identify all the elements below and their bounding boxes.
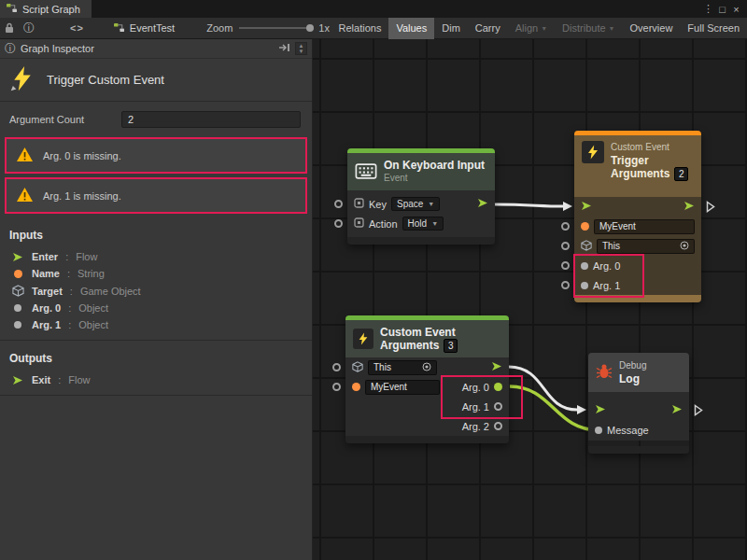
pane-scroll-arrows[interactable]: ▲ ▼: [295, 42, 307, 55]
inputs-header: Inputs: [0, 217, 312, 248]
maximize-icon[interactable]: □: [715, 4, 729, 15]
node-title-line2: Arguments2: [611, 167, 688, 181]
action-dropdown[interactable]: Hold ▼: [402, 217, 444, 231]
zoom-label: Zoom: [206, 22, 233, 34]
gameobject-cube-icon[interactable]: [352, 361, 363, 374]
bug-icon: [596, 363, 613, 382]
gameobject-cube-icon[interactable]: [581, 240, 592, 253]
key-input-port[interactable]: [334, 200, 343, 208]
zoom-slider[interactable]: [239, 27, 312, 29]
chevron-down-icon: ▼: [428, 201, 434, 207]
object-port-icon: [11, 304, 24, 312]
arg1-input-port[interactable]: [561, 281, 570, 289]
divider: [0, 395, 312, 396]
flow-in-port[interactable]: [581, 201, 592, 213]
annotation-args-source: [441, 375, 523, 419]
warning-arg1: Arg. 1 is missing.: [5, 177, 307, 214]
wire-arg0-to-message: [510, 386, 599, 430]
target-input-port[interactable]: [561, 242, 570, 250]
string-port[interactable]: [352, 383, 360, 391]
argument-count-badge[interactable]: 2: [674, 167, 688, 181]
flow-out-port[interactable]: [477, 198, 488, 210]
toolbar-buttons: Relations Values Dim Carry Align▼ Distri…: [331, 18, 747, 39]
wire-arrowhead: [577, 405, 586, 414]
argument-count-badge[interactable]: 3: [444, 339, 458, 353]
arg0-input-port[interactable]: [561, 261, 570, 270]
flow-out-port[interactable]: [684, 201, 695, 213]
graph-asset-icon: [113, 22, 125, 35]
unity-script-graph-window: Script Graph ⋮ □ × ⓘ <> EventTest Zoom 1…: [0, 0, 747, 560]
event-name-field[interactable]: MyEvent: [365, 380, 440, 395]
node-title: Custom Event: [380, 326, 458, 339]
dock-icon[interactable]: [278, 43, 290, 54]
action-row: Action Hold ▼: [347, 214, 495, 233]
node-header: On Keyboard Input Event: [347, 153, 495, 190]
key-dropdown[interactable]: Space ▼: [391, 197, 440, 211]
name-input-port[interactable]: [332, 383, 341, 391]
flow-continuation-marker: [706, 201, 715, 215]
node-footer: [345, 436, 509, 443]
carry-button[interactable]: Carry: [468, 18, 508, 39]
message-row: Message: [588, 420, 689, 441]
chevron-down-icon: ▼: [431, 220, 438, 227]
overview-button[interactable]: Overview: [623, 18, 681, 39]
full-screen-button[interactable]: Full Screen: [680, 18, 747, 39]
node-category: Debug: [619, 359, 646, 372]
tab-script-graph[interactable]: Script Graph: [0, 0, 92, 18]
message-input-port[interactable]: [595, 427, 602, 434]
scroll-down-icon[interactable]: ▼: [296, 49, 306, 54]
event-name-field[interactable]: MyEvent: [594, 219, 695, 234]
lock-icon[interactable]: [0, 22, 19, 34]
flow-out-port[interactable]: [491, 361, 502, 373]
target-field[interactable]: This: [368, 360, 437, 375]
object-picker-icon[interactable]: [680, 241, 689, 252]
dim-button[interactable]: Dim: [434, 18, 468, 39]
flow-out-port[interactable]: [671, 404, 683, 416]
target-field[interactable]: This: [597, 239, 695, 254]
distribute-button[interactable]: Distribute▼: [555, 18, 622, 39]
node-subtitle: Arguments3: [380, 339, 458, 353]
argument-count-label: Argument Count: [9, 114, 121, 125]
object-picker-icon[interactable]: [422, 362, 431, 373]
window-tab-bar: Script Graph ⋮ □ ×: [0, 0, 747, 18]
bolt-icon: [353, 329, 374, 349]
target-input-port[interactable]: [332, 363, 341, 371]
name-input-port[interactable]: [561, 222, 570, 231]
graph-canvas[interactable]: On Keyboard Input Event Key Space ▼: [313, 39, 747, 560]
pin-target: Target : Game Object: [0, 282, 312, 300]
warning-icon: [16, 147, 34, 164]
outputs-header: Outputs: [0, 341, 312, 371]
wire-keyboard-to-trigger: [495, 204, 563, 206]
argument-count-input[interactable]: [121, 111, 301, 128]
node-header: Custom Event Trigger Arguments2: [574, 135, 701, 197]
inspector-header: ⓘ Graph Inspector ▲ ▼: [0, 39, 312, 59]
code-icon[interactable]: <>: [65, 22, 89, 34]
inspector-header-title: Graph Inspector: [21, 43, 94, 54]
pin-enter: Enter : Flow: [0, 248, 312, 265]
relations-button[interactable]: Relations: [331, 18, 389, 39]
object-port-icon: [11, 321, 24, 329]
zoom-slider-thumb[interactable]: [306, 24, 314, 32]
flow-in-port[interactable]: [595, 404, 606, 416]
action-input-port[interactable]: [334, 219, 343, 228]
action-label: Action: [369, 218, 398, 230]
node-subtitle: Event: [384, 172, 485, 185]
values-button[interactable]: Values: [388, 18, 434, 39]
node-on-keyboard-input[interactable]: On Keyboard Input Event Key Space ▼: [347, 148, 495, 245]
align-button[interactable]: Align▼: [508, 18, 555, 39]
warning-text: Arg. 0 is missing.: [43, 150, 121, 161]
pin-arg1: Arg. 1 : Object: [0, 316, 312, 333]
string-port-icon: [11, 270, 24, 278]
close-icon[interactable]: ×: [729, 4, 743, 15]
asset-breadcrumb[interactable]: EventTest: [113, 22, 175, 35]
graph-bolt-icon: [9, 65, 35, 94]
node-footer: [347, 237, 495, 245]
string-port[interactable]: [581, 222, 589, 231]
menu-kebab-icon[interactable]: ⋮: [701, 3, 715, 15]
info-icon[interactable]: ⓘ: [19, 21, 39, 36]
zoom-control: Zoom 1x: [206, 22, 330, 34]
node-debug-log[interactable]: Debug Log Message: [588, 353, 689, 454]
flow-port-icon: [11, 252, 24, 262]
arg2-output-port[interactable]: [494, 422, 502, 430]
node-body: Message: [588, 392, 689, 441]
